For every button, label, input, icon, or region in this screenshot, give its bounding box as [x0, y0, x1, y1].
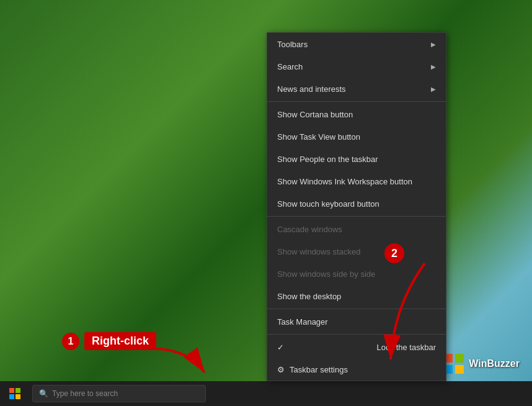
search-icon: 🔍: [39, 389, 48, 398]
search-placeholder: Type here to search: [52, 389, 118, 398]
menu-item-cortana[interactable]: Show Cortana button: [267, 103, 446, 125]
arrow-2-icon: [381, 257, 443, 369]
start-button[interactable]: [0, 381, 30, 406]
svg-rect-6: [9, 388, 14, 393]
taskbar-search[interactable]: 🔍 Type here to search: [32, 385, 206, 402]
svg-rect-5: [455, 365, 464, 374]
menu-item-label: Taskbar settings: [290, 365, 348, 374]
separator-1: [267, 101, 446, 102]
menu-item-cascade: Cascade windows: [267, 218, 446, 240]
menu-item-task-view[interactable]: Show Task View button: [267, 125, 446, 148]
menu-item-label: Toolbars: [277, 40, 308, 49]
menu-item-label: Cascade windows: [277, 225, 342, 234]
menu-item-search[interactable]: Search ▶: [267, 55, 446, 78]
svg-rect-3: [455, 354, 464, 363]
menu-item-label: Show windows stacked: [277, 247, 360, 256]
menu-item-people[interactable]: Show People on the taskbar: [267, 148, 446, 170]
arrow-1-icon: [136, 343, 211, 380]
menu-item-label: Show windows side by side: [277, 269, 375, 279]
separator-2: [267, 216, 446, 217]
winbuzzer-text: WinBuzzer: [469, 358, 520, 369]
menu-item-toolbars[interactable]: Toolbars ▶: [267, 33, 446, 55]
taskbar: 🔍 Type here to search: [0, 381, 532, 406]
menu-item-label: Show Windows Ink Workspace button: [277, 177, 412, 186]
annotation-number-1: 1: [62, 333, 79, 350]
menu-item-label: Show touch keyboard button: [277, 199, 379, 209]
winbuzzer-logo: WinBuzzer: [443, 353, 520, 375]
menu-item-touch-keyboard[interactable]: Show touch keyboard button: [267, 192, 446, 215]
menu-item-label: Task Manager: [277, 317, 328, 327]
submenu-arrow-icon: ▶: [431, 41, 436, 48]
svg-rect-7: [16, 388, 20, 393]
menu-item-label: Show the desktop: [277, 292, 341, 301]
svg-rect-8: [9, 394, 14, 399]
svg-rect-9: [16, 394, 20, 399]
start-icon: [9, 388, 20, 399]
menu-item-ink[interactable]: Show Windows Ink Workspace button: [267, 170, 446, 192]
menu-item-label: Show Cortana button: [277, 110, 353, 119]
menu-item-label: Show People on the taskbar: [277, 155, 378, 164]
menu-item-label: Show Task View button: [277, 132, 360, 142]
submenu-arrow-icon: ▶: [431, 63, 436, 70]
menu-item-news[interactable]: News and interests ▶: [267, 78, 446, 100]
submenu-arrow-icon: ▶: [431, 86, 436, 92]
gear-icon: ⚙: [277, 365, 285, 374]
menu-item-label: Search: [277, 62, 303, 71]
menu-item-label: News and interests: [277, 84, 346, 94]
check-icon: ✓: [277, 343, 284, 352]
